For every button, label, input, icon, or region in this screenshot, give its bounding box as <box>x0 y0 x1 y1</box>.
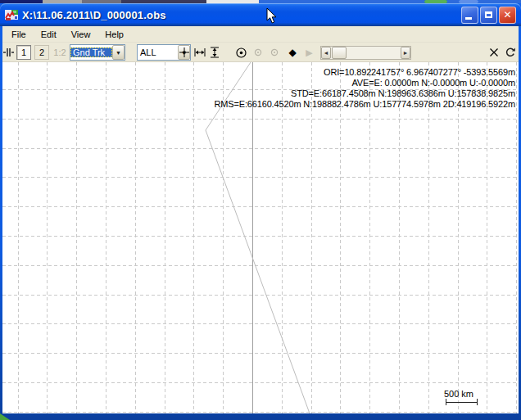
close-icon: ✕ <box>503 10 511 20</box>
maximize-icon <box>485 11 492 18</box>
plot-area[interactable]: ORI=10.892241757° 6.967407277° -5393.556… <box>2 62 519 413</box>
desktop-corner-sliver <box>0 413 10 420</box>
clear-icon[interactable] <box>488 47 500 58</box>
stat-ave: AVE=E: 0.0000m N:-0.0000m U:-0.0000m <box>214 78 515 88</box>
stat-ori: ORI=10.892241757° 6.967407277° -5393.556… <box>214 67 515 78</box>
minimize-icon <box>465 17 472 20</box>
app-icon <box>5 8 18 21</box>
fit-vertical-icon[interactable] <box>208 47 220 58</box>
refresh-icon[interactable] <box>504 47 516 58</box>
minimize-button[interactable] <box>461 7 478 24</box>
view-split-button[interactable]: 1:2 <box>51 45 69 60</box>
menu-view[interactable]: View <box>64 27 98 42</box>
chevron-down-icon[interactable]: ▼ <box>112 45 125 60</box>
fit-horizontal-icon[interactable] <box>193 47 206 58</box>
ground-track-canvas <box>2 62 519 413</box>
view-2-button[interactable]: 2 <box>34 45 49 60</box>
close-button[interactable]: ✕ <box>499 7 516 24</box>
scroll-left-button[interactable]: ◄ <box>321 47 331 59</box>
maximize-button[interactable] <box>480 7 497 24</box>
play-icon[interactable]: ▶ <box>304 47 315 58</box>
toolbar: 1 2 1:2 Gnd Trk ▼ ALL ▼ ◆ ▶ <box>2 43 519 62</box>
menu-file[interactable]: File <box>4 27 34 42</box>
scroll-thumb[interactable] <box>332 47 347 59</box>
satellite-filter-value: ALL <box>138 47 178 57</box>
small-circle-icon-disabled[interactable] <box>253 47 262 58</box>
stats-overlay: ORI=10.892241757° 6.967407277° -5393.556… <box>214 67 515 110</box>
scale-bar-label: 500 km <box>439 389 478 399</box>
mouse-cursor <box>266 7 278 25</box>
waypoint-diamond-icon[interactable]: ◆ <box>287 47 298 58</box>
toolbar-grip-icon[interactable] <box>3 48 14 56</box>
stat-rms: RMS=E:66160.4520m N:198882.4786m U:15777… <box>214 99 515 110</box>
small-circle-icon-disabled[interactable] <box>270 47 279 58</box>
stat-std: STD=E:66187.4508m N:198963.6386m U:15783… <box>214 88 515 99</box>
title-bar[interactable]: X:\11.06.2011\D_000001.obs ✕ <box>0 3 521 26</box>
plot-type-value: Gnd Trk <box>70 47 112 57</box>
scroll-right-button[interactable]: ► <box>401 47 410 59</box>
center-cursor-icon[interactable] <box>178 47 190 58</box>
menu-bar: File Edit View Help <box>2 26 519 43</box>
view-1-button[interactable]: 1 <box>16 45 31 60</box>
menu-help[interactable]: Help <box>97 27 131 42</box>
menu-edit[interactable]: Edit <box>34 27 64 42</box>
center-origin-icon[interactable] <box>234 47 247 58</box>
window-title: X:\11.06.2011\D_000001.obs <box>22 9 461 21</box>
plot-type-combobox[interactable]: Gnd Trk ▼ <box>70 44 125 61</box>
time-scrollbar[interactable]: ◄ ► <box>320 46 411 60</box>
app-window: X:\11.06.2011\D_000001.obs ✕ File Edit V… <box>0 0 521 420</box>
